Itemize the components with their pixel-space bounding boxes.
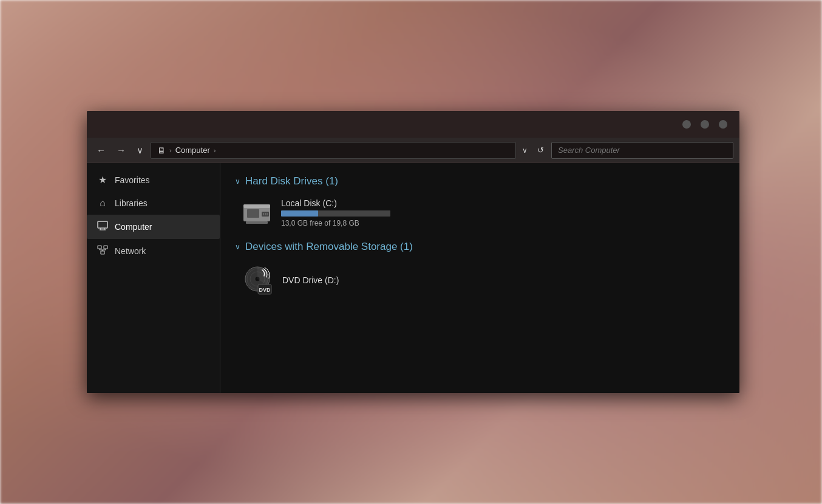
drive-bar-fill [281,210,318,217]
svg-text:DVD: DVD [259,287,271,293]
address-path[interactable]: 🖥 › Computer › [151,142,516,159]
hard-disk-section-header: ∨ Hard Disk Drives (1) [235,175,725,187]
dvd-icon: DVD [241,264,274,297]
drive-bar-background [281,210,390,217]
monitor-icon [97,221,109,233]
svg-rect-5 [104,246,107,249]
svg-rect-12 [243,204,270,208]
sidebar-computer-label: Computer [115,222,152,232]
refresh-button[interactable]: ↺ [534,144,548,156]
dvd-drive-name: DVD Drive (D:) [282,275,339,285]
removable-section-chevron: ∨ [235,243,240,251]
svg-rect-6 [101,251,104,254]
svg-rect-18 [267,213,268,215]
sidebar-libraries-label: Libraries [115,198,148,208]
sidebar: ★ Favorites ⌂ Libraries Computer [87,163,220,393]
hdd-section-title: Hard Disk Drives (1) [245,175,338,187]
path-computer-label: Computer [175,146,210,155]
hdd-section-chevron: ∨ [235,177,240,186]
sidebar-network-label: Network [115,246,146,256]
star-icon: ★ [97,174,109,186]
local-disk-space: 13,0 GB free of 19,8 GB [281,219,390,227]
removable-section-header: ∨ Devices with Removable Storage (1) [235,241,725,253]
local-disk-name: Local Disk (C:) [281,198,390,208]
address-dropdown-button[interactable]: ∨ [520,145,530,156]
addressbar: ← → ∨ 🖥 › Computer › ∨ ↺ [87,138,739,163]
titlebar [87,111,739,138]
sidebar-item-computer[interactable]: Computer [87,215,220,239]
svg-rect-13 [246,221,268,224]
dropdown-button[interactable]: ∨ [133,144,147,157]
sidebar-item-network[interactable]: Network [87,239,220,263]
forward-button[interactable]: → [113,144,129,156]
computer-icon: 🖥 [157,146,166,155]
path-chevron: › [169,147,172,154]
sidebar-favorites-label: Favorites [115,175,150,185]
local-disk-info: Local Disk (C:) 13,0 GB free of 19,8 GB [281,198,390,227]
close-button[interactable] [719,120,727,129]
back-button[interactable]: ← [93,144,109,156]
svg-rect-14 [247,209,259,218]
main-panel: ∨ Hard Disk Drives (1) [220,163,739,393]
maximize-button[interactable] [701,120,709,129]
search-input[interactable] [551,142,733,159]
sidebar-item-favorites[interactable]: ★ Favorites [87,168,220,192]
dvd-drive-info: DVD Drive (D:) [282,275,339,285]
svg-rect-17 [265,213,266,215]
content-area: ★ Favorites ⌂ Libraries Computer [87,163,739,393]
file-explorer-window: ← → ∨ 🖥 › Computer › ∨ ↺ ★ Favorites ⌂ L… [87,111,739,393]
network-icon [97,245,109,257]
path-chevron2: › [214,147,216,154]
hdd-icon [241,200,273,226]
sidebar-item-libraries[interactable]: ⌂ Libraries [87,192,220,215]
svg-rect-16 [263,213,264,215]
local-disk-item[interactable]: Local Disk (C:) 13,0 GB free of 19,8 GB [235,195,725,231]
home-icon: ⌂ [97,198,109,209]
svg-rect-0 [98,221,107,228]
minimize-button[interactable] [682,120,691,129]
svg-rect-4 [98,246,101,249]
dvd-drive-item[interactable]: DVD DVD Drive (D:) [235,260,725,300]
removable-section-title: Devices with Removable Storage (1) [245,241,413,253]
